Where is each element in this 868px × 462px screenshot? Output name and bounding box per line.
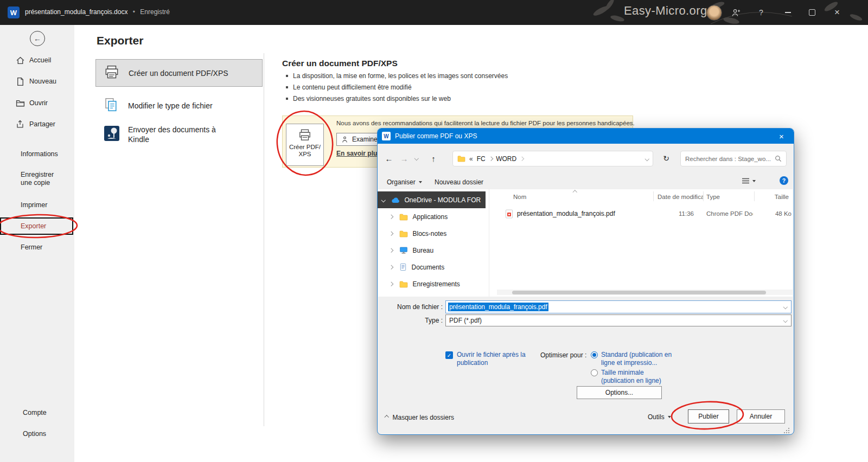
filename-dropdown-icon[interactable] [783, 305, 787, 309]
tree-expand-icon[interactable] [381, 198, 386, 202]
sidebar-item-options[interactable]: Options [0, 426, 74, 441]
back-button[interactable]: ← [30, 31, 45, 46]
search-icon [775, 155, 782, 162]
cancel-button[interactable]: Annuler [737, 409, 785, 424]
address-folder-icon [457, 155, 465, 162]
file-row[interactable]: présentation_modula_françois.pdf 11:36 C… [497, 208, 793, 220]
sidebar-label-compte: Compte [23, 409, 47, 416]
sidebar-item-ouvrir[interactable]: Ouvrir [0, 93, 74, 113]
address-overflow-indicator[interactable]: « [469, 155, 473, 163]
sort-ascending-icon[interactable] [572, 190, 578, 195]
sidebar-label-exporter: Exporter [21, 222, 46, 230]
sidebar-item-imprimer[interactable]: Imprimer [0, 197, 74, 213]
dialog-close-button[interactable]: × [769, 129, 794, 144]
radio-selected-icon[interactable] [591, 351, 598, 358]
tree-item-documents[interactable]: Documents [378, 259, 486, 275]
create-pdf-label-line2: XPS [286, 151, 323, 158]
help-icon[interactable]: ? [755, 7, 767, 18]
tree-item-enregistrements[interactable]: Enregistrements [378, 275, 486, 292]
address-bar[interactable]: « FC WORD [452, 151, 653, 166]
column-separator[interactable] [754, 191, 755, 201]
column-header-taille[interactable]: Taille [757, 194, 789, 200]
tree-item-blocs-notes[interactable]: Blocs-notes [378, 225, 486, 242]
cancel-button-label: Annuler [750, 413, 772, 420]
hide-folders-button[interactable]: Masquer les dossiers [385, 413, 454, 422]
sidebar-item-exporter[interactable]: Exporter [0, 217, 73, 235]
filename-selected-text: présentation_modula_françois.pdf [448, 303, 548, 311]
create-pdf-xps-button[interactable]: Créer PDF/ XPS [286, 124, 324, 166]
tree-item-applications[interactable]: Applications [378, 208, 486, 225]
announcements-icon[interactable] [730, 7, 742, 18]
sidebar-label-partager: Partager [29, 120, 55, 128]
close-button[interactable]: × [829, 7, 845, 18]
nav-up-icon[interactable]: ↑ [426, 151, 441, 166]
resize-grip[interactable] [783, 426, 790, 435]
dialog-titlebar[interactable]: W Publier comme PDF ou XPS × [378, 129, 794, 144]
organiser-menu-button[interactable]: Organiser [387, 176, 422, 188]
options-button[interactable]: Options... [577, 386, 662, 399]
tree-collapse-icon[interactable] [389, 248, 393, 253]
tools-menu-button[interactable]: Outils [648, 410, 671, 424]
dialog-help-icon[interactable]: ? [780, 176, 788, 185]
refresh-icon[interactable]: ↻ [659, 151, 673, 166]
option-create-pdf-xps-label: Créer un document PDF/XPS [129, 69, 228, 78]
column-header-nom[interactable]: Nom [513, 194, 526, 200]
column-separator[interactable] [653, 191, 654, 201]
filetype-value: PDF (*.pdf) [449, 317, 482, 324]
column-header-type[interactable]: Type [706, 194, 720, 200]
radio-unselected-icon[interactable] [591, 369, 598, 376]
sidebar-item-fermer[interactable]: Fermer [0, 240, 74, 255]
saved-status: Enregistré [140, 8, 170, 16]
file-date: 11:36 [679, 210, 694, 217]
address-crumb-fc[interactable]: FC [477, 155, 486, 163]
publish-button-label: Publier [698, 413, 718, 420]
minimize-button[interactable] [780, 7, 795, 18]
address-dropdown-icon[interactable] [644, 157, 649, 161]
checkbox-checked-icon[interactable]: ✓ [445, 351, 453, 359]
sidebar-item-compte[interactable]: Compte [0, 405, 74, 420]
scrollbar-thumb[interactable] [512, 291, 766, 294]
option-change-file-type[interactable]: Modifier le type de fichier [95, 94, 263, 118]
filetype-dropdown-icon[interactable] [783, 318, 787, 323]
tree-item-onedrive[interactable]: OneDrive - MODULA FORMA [378, 191, 486, 208]
sidebar-item-accueil[interactable]: Accueil [0, 50, 74, 70]
home-icon [15, 55, 25, 65]
sidebar-item-enregistrer-copie[interactable]: Enregistrer une copie [0, 167, 74, 191]
new-folder-button[interactable]: Nouveau dossier [435, 176, 483, 188]
option-send-kindle[interactable]: Envoyer des documents à Kindle [95, 120, 263, 149]
tree-collapse-icon[interactable] [389, 215, 393, 219]
tree-collapse-icon[interactable] [389, 282, 393, 286]
column-separator[interactable] [703, 191, 704, 201]
address-crumb-word[interactable]: WORD [496, 155, 516, 163]
nav-forward-icon[interactable]: → [397, 151, 411, 166]
sidebar-item-partager[interactable]: Partager [0, 114, 74, 134]
filename-input[interactable]: présentation_modula_françois.pdf [445, 300, 792, 313]
tree-item-onedrive-label: OneDrive - MODULA FORMA [405, 196, 481, 204]
horizontal-scrollbar[interactable] [497, 290, 793, 295]
dialog-title: Publier comme PDF ou XPS [395, 132, 477, 140]
optimize-minimal-radio-group[interactable]: Taille minimale (publication en ligne) [591, 369, 677, 384]
open-after-checkbox-group[interactable]: ✓ Ouvrir le fichier après la publication [445, 351, 534, 367]
sidebar-item-informations[interactable]: Informations [0, 146, 74, 162]
learn-more-link[interactable]: En savoir plus [336, 150, 381, 157]
tree-item-bureau[interactable]: Bureau [378, 242, 486, 259]
sidebar-item-nouveau[interactable]: Nouveau [0, 72, 74, 91]
option-create-pdf-xps[interactable]: Créer un document PDF/XPS [95, 59, 263, 87]
search-box[interactable]: Rechercher dans : Stage_wo... [680, 151, 787, 166]
tree-collapse-icon[interactable] [389, 232, 393, 236]
view-mode-button[interactable] [742, 177, 756, 184]
onedrive-cloud-icon [391, 197, 400, 203]
publish-button[interactable]: Publier [688, 409, 729, 424]
column-header-date[interactable]: Date de modificati... [658, 194, 703, 200]
kindle-icon [103, 125, 120, 144]
nav-back-icon[interactable]: ← [382, 151, 396, 166]
pdf-xps-icon [104, 64, 120, 82]
filetype-select[interactable]: PDF (*.pdf) [445, 315, 792, 326]
tree-collapse-icon[interactable] [389, 265, 393, 270]
crumb-separator-icon [520, 157, 524, 161]
accessibility-checker-icon [341, 136, 348, 143]
optimize-standard-radio-group[interactable]: Standard (publication en ligne et impres… [591, 351, 677, 367]
nav-recent-dropdown-icon[interactable] [412, 151, 421, 166]
maximize-button[interactable] [805, 7, 820, 18]
account-avatar[interactable] [706, 5, 722, 21]
